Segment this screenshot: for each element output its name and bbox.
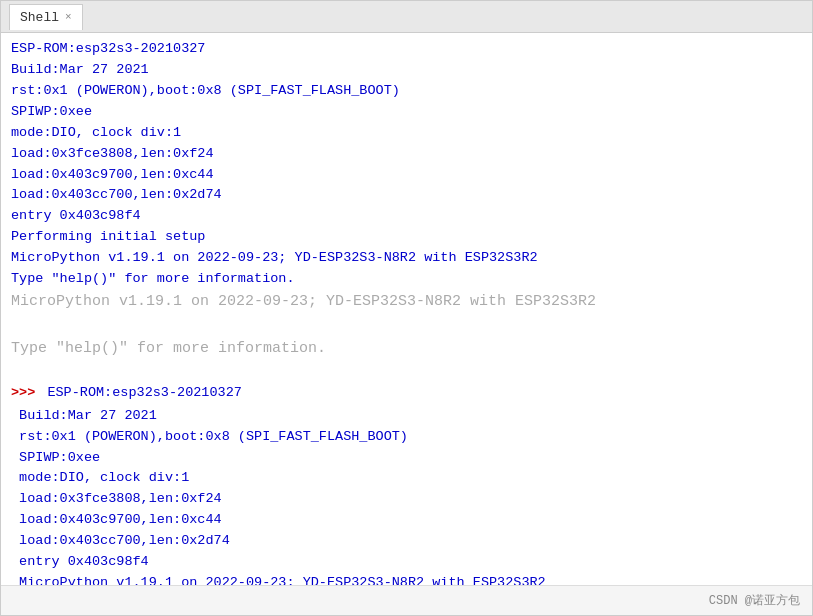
line-b1-7: load:0x403c9700,len:0xc44 — [11, 165, 802, 186]
line-b2-10: MicroPython v1.19.1 on 2022-09-23; YD-ES… — [11, 573, 802, 585]
line-b1-12: Type "help()" for more information. — [11, 269, 802, 290]
prompt-area-1: >>> ESP-ROM:esp32s3-20210327 — [11, 381, 802, 406]
line-b1-3: rst:0x1 (POWERON),boot:0x8 (SPI_FAST_FLA… — [11, 81, 802, 102]
line-b2-9: entry 0x403c98f4 — [11, 552, 802, 573]
line-b2-5: mode:DIO, clock div:1 — [11, 468, 802, 489]
line-b1-5: mode:DIO, clock div:1 — [11, 123, 802, 144]
title-bar: Shell × — [1, 1, 812, 33]
bottom-bar: CSDN @诺亚方包 — [1, 585, 812, 615]
large-line-1: MicroPython v1.19.1 on 2022-09-23; YD-ES… — [11, 290, 802, 313]
line-b2-3: rst:0x1 (POWERON),boot:0x8 (SPI_FAST_FLA… — [11, 427, 802, 448]
line-b1-11: MicroPython v1.19.1 on 2022-09-23; YD-ES… — [11, 248, 802, 269]
line-b2-7: load:0x403c9700,len:0xc44 — [11, 510, 802, 531]
line-b1-6: load:0x3fce3808,len:0xf24 — [11, 144, 802, 165]
shell-tab[interactable]: Shell × — [9, 4, 83, 30]
watermark: CSDN @诺亚方包 — [709, 592, 800, 609]
line-b1-1: ESP-ROM:esp32s3-20210327 — [11, 39, 802, 60]
line-b1-4: SPIWP:0xee — [11, 102, 802, 123]
line-b2-1: ESP-ROM:esp32s3-20210327 — [39, 383, 242, 404]
shell-tab-label: Shell — [20, 10, 59, 25]
line-b2-8: load:0x403cc700,len:0x2d74 — [11, 531, 802, 552]
line-b2-2: Build:Mar 27 2021 — [11, 406, 802, 427]
line-b2-6: load:0x3fce3808,len:0xf24 — [11, 489, 802, 510]
line-b1-8: load:0x403cc700,len:0x2d74 — [11, 185, 802, 206]
large-line-2 — [11, 313, 802, 336]
tab-close-button[interactable]: × — [65, 12, 72, 23]
shell-output[interactable]: ESP-ROM:esp32s3-20210327 Build:Mar 27 20… — [1, 33, 812, 585]
line-b1-10: Performing initial setup — [11, 227, 802, 248]
prompt-symbol: >>> — [11, 383, 35, 404]
shell-window: Shell × ESP-ROM:esp32s3-20210327 Build:M… — [0, 0, 813, 616]
line-b1-2: Build:Mar 27 2021 — [11, 60, 802, 81]
line-b2-4: SPIWP:0xee — [11, 448, 802, 469]
spacer — [11, 360, 802, 381]
line-b1-9: entry 0x403c98f4 — [11, 206, 802, 227]
large-line-2: Type "help()" for more information. — [11, 337, 802, 360]
